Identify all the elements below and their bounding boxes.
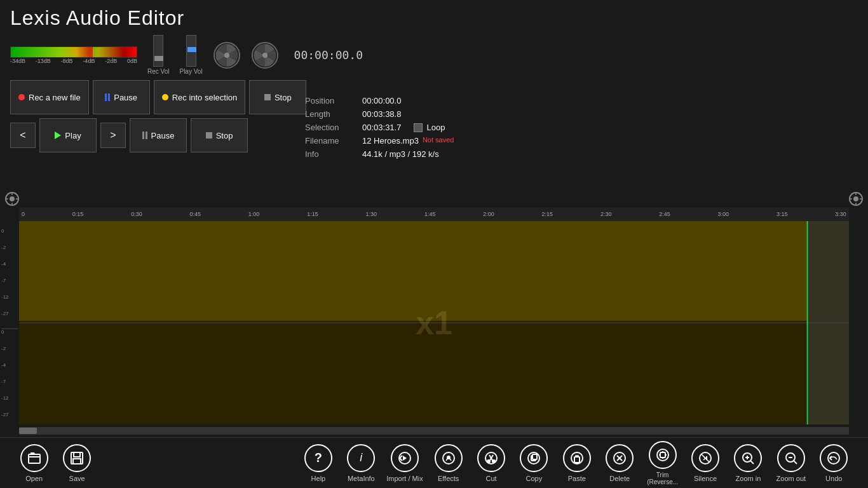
db-label-3: -8dB [61,58,73,64]
svg-line-48 [702,454,709,462]
scrollbar-thumb[interactable] [19,428,37,434]
toolbar-save[interactable]: Save [60,444,95,482]
svg-point-26 [447,456,450,459]
stop-label-1: Stop [275,93,292,102]
play-fan-icon [251,41,279,69]
toolbar-open[interactable]: Open [17,444,51,482]
mark-0: 0 [22,211,25,217]
stop-icon-1 [264,94,271,100]
toolbar-zoom-out[interactable]: Zoom out [773,444,808,482]
toolbar-effects[interactable]: Effects [431,444,466,482]
loop-label: Loop [426,123,445,132]
svg-point-1 [224,53,229,58]
toolbar-zoom-in[interactable]: Zoom in [731,444,766,482]
db-label-1: -34dB [10,58,25,64]
next-button[interactable]: > [100,123,126,148]
level-meter-bar [10,46,137,58]
zoom-out-label: Zoom out [776,475,806,482]
fan-icons [213,41,279,69]
info-label: Info [305,149,362,159]
svg-rect-20 [29,454,40,463]
info-row: Info 44.1k / mp3 / 192 k/s [305,147,546,161]
play-label: Play [65,131,81,140]
trim-label: Trim(Reverse... [647,471,678,485]
open-label: Open [25,475,43,482]
svg-rect-16 [19,221,808,321]
silence-icon [691,444,719,472]
toolbar-paste[interactable]: Paste [559,444,594,482]
info-panel: Position 00:00:00.0 Length 00:03:38.8 Se… [305,94,546,161]
rec-new-label: Rec a new file [29,93,81,102]
meters-row: -34dB -13dB -8dB -4dB -2dB 0dB Rec Vol P… [0,32,868,76]
rec-new-button[interactable]: Rec a new file [10,80,89,114]
filename-value: 12 Heroes.mp3 [362,136,419,146]
position-row: Position 00:00:00.0 [305,94,546,107]
stop-button-1[interactable]: Stop [249,80,306,114]
position-value: 00:00:00.0 [362,96,401,105]
toolbar-delete[interactable]: Delete [602,444,637,482]
toolbar-undo[interactable]: Undo [817,444,851,482]
play-button[interactable]: Play [39,118,97,152]
mark-130: 1:30 [366,211,377,217]
toolbar-help[interactable]: ? Help [301,444,336,482]
selection-label: Selection [305,123,362,132]
toolbar-silence[interactable]: Silence [688,444,723,482]
timeline[interactable]: 0 0:15 0:30 0:45 1:00 1:15 1:30 1:45 2:0… [19,207,849,221]
waveform-svg [19,221,849,424]
selection-value: 00:03:31.7 [362,123,401,132]
toolbar-trim[interactable]: Trim(Reverse... [645,441,680,485]
rec-vol-control[interactable]: Rec Vol [147,35,169,75]
pause-icon-1 [105,93,110,101]
pin-right[interactable] [849,192,863,208]
save-icon [63,444,91,472]
open-icon [20,444,48,472]
mark-015: 0:15 [72,211,84,217]
pause-button-1[interactable]: Pause [93,80,150,114]
mark-200: 2:00 [483,211,494,217]
pause-button-2[interactable]: Pause [130,118,187,152]
toolbar-metainfo[interactable]: i MetaInfo [344,444,379,482]
db-label-5: -2dB [105,58,117,64]
rec-dot [18,94,25,100]
svg-point-3 [262,53,268,58]
play-vol-control[interactable]: Play Vol [179,35,202,75]
toolbar-copy[interactable]: Copy [517,444,552,482]
help-icon: ? [304,444,332,472]
undo-label: Undo [825,475,842,482]
svg-rect-36 [574,457,580,463]
rec-into-button[interactable]: Rec into selection [154,80,246,114]
save-label: Save [69,475,85,482]
effects-label: Effects [438,475,459,482]
scrollbar[interactable] [19,427,849,435]
db-label-2: -13dB [36,58,51,64]
mark-100: 1:00 [248,211,260,217]
prev-icon: < [20,130,25,141]
mark-145: 1:45 [424,211,436,217]
svg-rect-34 [532,454,537,459]
svg-point-5 [10,196,15,201]
toolbar-cut[interactable]: Cut [474,444,509,482]
waveform-canvas[interactable]: x1 [19,221,849,424]
bottom-toolbar: Open Save ? Help i MetaInfo [0,437,868,488]
loop-checkbox[interactable] [414,123,423,132]
rec-vol-slider[interactable] [153,35,163,67]
db-label-4: -4dB [83,58,95,64]
svg-line-54 [794,461,797,464]
info-value: 44.1k / mp3 / 192 k/s [362,149,439,159]
help-label: Help [311,475,326,482]
pause-icon-2 [142,132,147,139]
toolbar-import-mix[interactable]: Import / Mix [386,444,423,482]
svg-point-11 [853,196,858,201]
stop-button-2[interactable]: Stop [191,118,248,152]
pause-label-1: Pause [114,93,137,102]
play-vol-slider[interactable] [186,35,196,67]
rec-vol-label: Rec Vol [147,68,169,75]
svg-line-50 [750,461,754,464]
metainfo-icon: i [347,444,375,472]
vol-controls: Rec Vol Play Vol [147,35,203,75]
zoom-in-icon [734,444,762,472]
prev-button[interactable]: < [10,123,36,148]
pin-left[interactable] [5,192,19,208]
next-icon: > [110,130,116,141]
play-vol-label: Play Vol [179,68,202,75]
